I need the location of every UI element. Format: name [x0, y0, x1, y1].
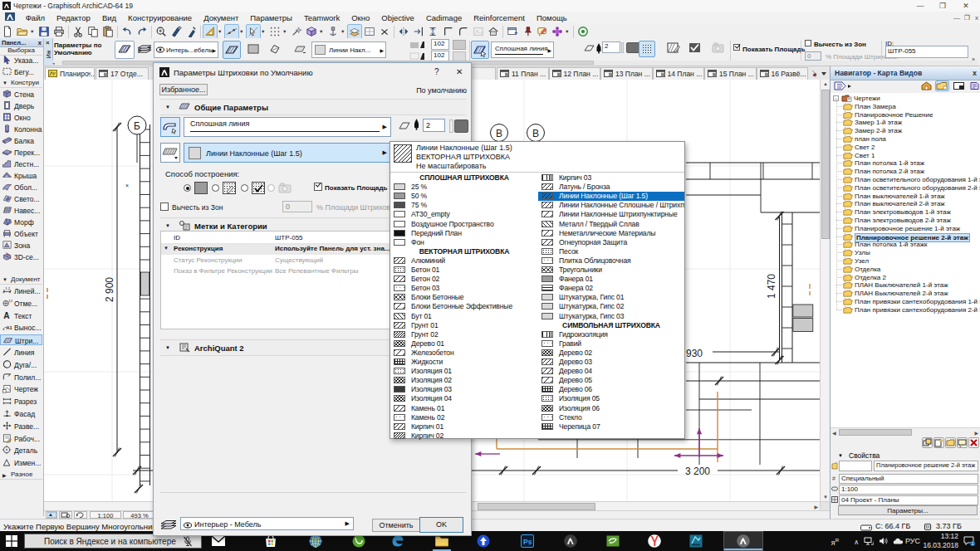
popup-item-латунь-бронза[interactable]: Латунь / Бронза: [538, 183, 684, 192]
infobox-fill-category-combo[interactable]: Линии Накл... ▶: [311, 41, 386, 58]
tree-item[interactable]: План электровыводов 2-й этаж: [831, 217, 980, 225]
project-chooser-button[interactable]: [833, 80, 853, 91]
tab-12-план-[interactable]: 12 План ...: [549, 67, 601, 80]
quick-layers-button[interactable]: [59, 511, 72, 519]
tray-volume-icon[interactable]: [879, 537, 889, 547]
popup-item-гидроизоляция[interactable]: Гидроизоляция: [538, 330, 684, 339]
tree-item[interactable]: план пола: [831, 135, 980, 144]
dialog-linetype-combo[interactable]: Сплошная линия ▶: [184, 117, 391, 137]
navigator-titlebar[interactable]: Навигатор - Карта Видов x: [831, 67, 980, 80]
menu-редактор[interactable]: Редактор: [51, 12, 96, 23]
nav-clone-button[interactable]: [922, 437, 933, 448]
tool-change[interactable]: Измен...: [0, 457, 42, 468]
tool-zone[interactable]: Зона: [0, 240, 42, 251]
tool-pointer[interactable]: Указа...: [0, 55, 42, 66]
taskbar-active-app[interactable]: [723, 531, 763, 551]
tab-16-разв-[interactable]: 16 Развё...: [757, 67, 809, 80]
uparrow-icon[interactable]: [476, 534, 491, 549]
infobox-close-icon[interactable]: ×: [46, 39, 50, 46]
infobox-show-area-checkbox[interactable]: [733, 44, 740, 51]
popup-item-штукатурка-гипс-01[interactable]: Штукатурка, Гипс 01: [538, 293, 684, 302]
dialog-help-button[interactable]: ?: [434, 67, 439, 76]
navigator-project-map-button[interactable]: [919, 80, 933, 91]
popup-item-кирпич-03[interactable]: Кирпич 03: [538, 173, 684, 183]
popup-item-at30_empty[interactable]: AT30_empty: [390, 210, 538, 219]
popup-item-дерево-06[interactable]: Дерево 06: [538, 385, 684, 394]
fill-picker-button[interactable]: [160, 143, 180, 163]
popup-item-дерево-05[interactable]: Дерево 05: [538, 376, 684, 385]
tool-line[interactable]: Линия: [0, 347, 42, 358]
popup-item-грунт-02[interactable]: Грунт 02: [390, 330, 538, 339]
dialog-subtract-checkbox[interactable]: [160, 202, 169, 212]
fill-camera-button[interactable]: [711, 41, 728, 57]
window-minimize-button[interactable]: —: [909, 0, 931, 12]
infobox-fill-tool-button[interactable]: [115, 41, 135, 59]
popup-item-камень-01[interactable]: Камень 01: [390, 404, 538, 413]
infobox-geometry-polygon-button[interactable]: [223, 41, 241, 59]
tree-item[interactable]: План выключателей 2-й этаж: [831, 200, 980, 208]
tool-worksheet[interactable]: Рабоч...: [0, 433, 42, 444]
navigator-layout-book-button[interactable]: [952, 80, 966, 91]
tool-skylight[interactable]: Свето...: [0, 193, 42, 204]
popup-item-изоляция-02[interactable]: Изоляция 02: [390, 376, 538, 385]
cancel-button[interactable]: Отменить: [372, 519, 420, 532]
popup-item-линии-наклонные-шаг-1-5-[interactable]: Линии Наклонные (Шаг 1.5): [538, 192, 684, 201]
method-radio-4[interactable]: [267, 184, 275, 192]
popup-item-передний-план[interactable]: Передний План: [390, 229, 538, 238]
menu-objective[interactable]: Objective: [375, 12, 420, 23]
quick-refresh-button[interactable]: [74, 511, 87, 519]
popup-item-изоляция-05[interactable]: Изоляция 05: [538, 394, 684, 403]
popup-item-алюминий[interactable]: Алюминий: [390, 256, 538, 266]
tool-label[interactable]: A1Вынос...: [0, 322, 42, 333]
menu-вид[interactable]: Вид: [96, 12, 122, 23]
tool-curtain-wall[interactable]: Навес...: [0, 205, 42, 216]
prop-name-field[interactable]: Планировочное решение 2-й этаж: [874, 461, 978, 471]
tool-column[interactable]: Колонна: [0, 124, 42, 134]
tree-item[interactable]: Замер 2-й этаж: [831, 127, 980, 135]
tree-item[interactable]: Планировочное решение 1-й этаж: [831, 225, 980, 233]
tree-item[interactable]: Замер 1-й этаж: [831, 119, 980, 127]
tab-11-план-[interactable]: 11 План ...: [497, 67, 549, 80]
popup-item-песок[interactable]: Песок: [538, 247, 684, 256]
popup-item-треугольники[interactable]: Треугольники: [538, 266, 684, 275]
prop-layer-combination-field[interactable]: Специальный: [839, 474, 978, 484]
popup-item-дерево-03[interactable]: Дерево 03: [538, 358, 684, 367]
tool-arc[interactable]: Дуга/...: [0, 359, 42, 370]
tool-marquee[interactable]: Бегу...: [0, 66, 42, 77]
tool-window[interactable]: Окно: [0, 112, 42, 123]
dialog-close-button[interactable]: ✕: [456, 67, 463, 76]
popup-item-бетон-01[interactable]: Бетон 01: [390, 266, 538, 275]
window-restore-button[interactable]: ❐: [932, 0, 953, 12]
tree-item[interactable]: Отделка: [831, 266, 980, 274]
dialog-fill-combo[interactable]: Линии Наклонные (Шаг 1.5) ▶: [184, 143, 391, 163]
infobox-active-tool-button[interactable]: [471, 41, 489, 59]
menu-окно[interactable]: Окно: [345, 12, 375, 23]
tray-user-icon[interactable]: яR: [831, 538, 839, 547]
popup-item-железобетон[interactable]: Железобетон: [390, 349, 538, 358]
tool-text[interactable]: AТекст: [0, 310, 42, 321]
menu-конструирование[interactable]: Конструирование: [122, 12, 198, 23]
tree-item[interactable]: План электровыводов 1-й этаж: [831, 208, 980, 217]
tab-close-icon[interactable]: ×: [87, 70, 91, 77]
tray-language[interactable]: РУС: [905, 537, 920, 545]
popup-item-огнеупорная-защита[interactable]: Огнеупорная Защита: [538, 238, 684, 247]
tool-drawing[interactable]: Чертеж: [0, 383, 42, 394]
navigator-close-icon[interactable]: x: [973, 69, 977, 77]
toolbox-section-конструи[interactable]: ▼Конструи: [0, 79, 42, 88]
toolbox-section-документ[interactable]: ▼Документ: [0, 276, 42, 285]
mdi-restore-button[interactable]: ❐: [964, 14, 970, 22]
popup-item-штукатурка-гипс-03[interactable]: Штукатурка, Гипс 03: [538, 312, 684, 321]
tree-item[interactable]: План привязки сантехоборудования 1-й эта…: [831, 298, 980, 306]
popup-item-грунт-01[interactable]: Грунт 01: [390, 321, 538, 330]
tray-cloud-icon[interactable]: [893, 537, 904, 547]
window-close-button[interactable]: ✕: [955, 0, 977, 12]
tool-roof[interactable]: Крыша: [0, 170, 42, 181]
popup-item-плитка-облицовочная[interactable]: Плитка Облицовочная: [538, 256, 684, 266]
tab-13-план-[interactable]: 13 План ...: [600, 67, 653, 80]
tool-slab[interactable]: Перек...: [0, 147, 42, 158]
tray-clock[interactable]: 13:12 16.03.2018: [923, 532, 958, 550]
tool-section[interactable]: Разрез: [0, 396, 42, 407]
popup-item-черепица-07[interactable]: Черепица 07: [538, 422, 684, 432]
tool-stair[interactable]: Лестн...: [0, 158, 42, 169]
popup-item-кирпич-01[interactable]: Кирпич 01: [390, 422, 538, 432]
